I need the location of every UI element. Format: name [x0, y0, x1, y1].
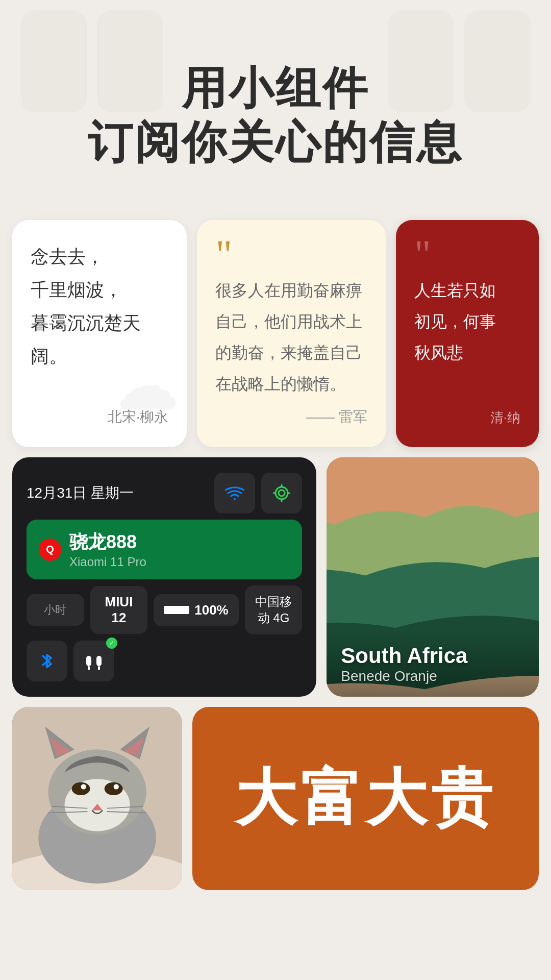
signal-button[interactable]	[261, 473, 302, 513]
hours-item: 小时	[27, 594, 84, 626]
tech-icon-row	[214, 473, 302, 513]
cat-image	[12, 707, 182, 890]
tech-header-row: 12月31日 星期一	[27, 473, 302, 513]
svg-point-1	[279, 490, 285, 496]
chip-info: 骁龙888 Xiaomi 11 Pro	[69, 530, 146, 569]
title-line1: 用小组件	[182, 63, 369, 113]
quote-card-cream: " 很多人在用勤奋麻痹自己，他们用战术上的勤奋，来掩盖自己在战略上的懒惰。 ——…	[197, 220, 386, 447]
svg-rect-7	[88, 666, 90, 670]
airpods-checkmark: ✓	[106, 638, 117, 649]
page-title: 用小组件 订阅你关心的信息	[31, 41, 520, 179]
bt-row: ✓	[27, 641, 302, 681]
wifi-button[interactable]	[214, 473, 255, 513]
battery-value: 100%	[194, 602, 229, 618]
svg-point-21	[105, 782, 123, 796]
header-section: 用小组件 订阅你关心的信息	[0, 0, 551, 210]
svg-point-22	[81, 785, 86, 790]
fortune-text: 大富大贵	[235, 757, 496, 840]
battery-display: 100%	[164, 602, 229, 618]
quote-card-white: 念去去，千里烟波，暮霭沉沉楚天阔。 北宋·柳永	[12, 220, 187, 447]
svg-point-23	[114, 785, 119, 790]
quote-author-red: 清·纳	[414, 409, 520, 427]
chip-name: 骁龙888	[69, 530, 146, 555]
svg-rect-9	[98, 666, 100, 670]
tech-date: 12月31日 星期一	[27, 483, 134, 503]
tech-card: 12月31日 星期一	[12, 457, 316, 697]
poem-text: 念去去，千里烟波，暮霭沉沉楚天阔。	[31, 240, 168, 373]
qualcomm-icon: Q	[39, 538, 61, 561]
cloud-decoration	[115, 379, 177, 422]
title-line2: 订阅你关心的信息	[88, 117, 463, 167]
quote-row: 念去去，千里烟波，暮霭沉沉楚天阔。 北宋·柳永 " 很多人在用勤奋麻痹自己，他们…	[0, 210, 551, 457]
quote-text-cream: 很多人在用勤奋麻痹自己，他们用战术上的勤奋，来掩盖自己在战略上的懒惰。	[215, 275, 367, 399]
quote-text-red: 人生若只如初见，何事秋风悲	[414, 275, 520, 401]
quote-mark-red: "	[414, 240, 520, 269]
map-card: South Africa Benede Oranje	[327, 457, 539, 697]
map-region: Benede Oranje	[341, 668, 524, 684]
chip-device: Xiaomi 11 Pro	[69, 555, 146, 569]
map-country: South Africa	[341, 644, 524, 668]
tech-bottom-row: 小时 MIUI 12 100% 中国移动 4G	[27, 585, 302, 634]
chip-row: Q 骁龙888 Xiaomi 11 Pro	[27, 520, 302, 579]
svg-rect-6	[86, 656, 91, 666]
airpods-button[interactable]: ✓	[73, 641, 114, 681]
quote-mark-cream: "	[215, 240, 367, 269]
os-value: MIUI 12	[101, 594, 138, 626]
cat-card	[12, 707, 182, 890]
quote-card-red: " 人生若只如初见，何事秋风悲 清·纳	[396, 220, 539, 447]
hours-label: 小时	[37, 602, 74, 618]
battery-bar	[164, 606, 189, 614]
map-overlay: South Africa Benede Oranje	[327, 631, 539, 697]
svg-point-0	[276, 487, 288, 499]
network-value: 中国移动 4G	[255, 594, 292, 626]
bluetooth-button[interactable]	[27, 641, 67, 681]
bottom-row: 大富大贵	[0, 707, 551, 911]
info-row: 12月31日 星期一	[0, 457, 551, 707]
quote-author-cream: —— 雷军	[215, 407, 367, 427]
battery-item: 100%	[154, 594, 239, 626]
svg-point-20	[72, 782, 90, 796]
svg-rect-8	[96, 656, 102, 666]
os-item: MIUI 12	[90, 586, 148, 634]
network-item: 中国移动 4G	[245, 585, 303, 634]
fortune-card: 大富大贵	[192, 707, 539, 890]
